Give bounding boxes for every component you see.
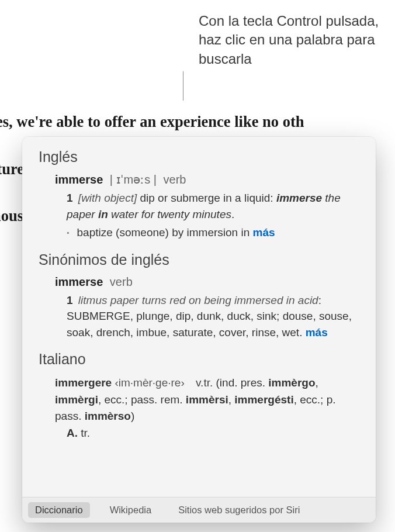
it-forms-end: ) xyxy=(131,410,134,422)
syn-first: SUBMERGE xyxy=(67,310,130,322)
italian-sub: A. tr. xyxy=(67,425,359,442)
popover-footer: Diccionario Wikipedia Sitios web sugerid… xyxy=(22,497,376,523)
italian-pos: v.tr. xyxy=(196,376,213,389)
syn-sense-number: 1 xyxy=(67,294,73,306)
lookup-popover: Inglés immerse | ɪˈməːs | verb 1 [with o… xyxy=(22,137,376,523)
it-sub-pos: tr. xyxy=(81,427,90,439)
english-pronunciation: | ɪˈməːs | xyxy=(110,173,157,186)
section-title-english: Inglés xyxy=(39,148,359,165)
more-link-english[interactable]: más xyxy=(253,226,275,239)
english-headword-line: immerse | ɪˈməːs | verb xyxy=(55,172,359,186)
footer-tab-wikipedia[interactable]: Wikipedia xyxy=(103,502,159,518)
it-sep3: , xyxy=(228,393,235,406)
italian-headword: immergere xyxy=(55,376,112,389)
subsense-text: baptize (someone) by immersion in xyxy=(77,226,253,239)
synonyms-headword: immerse xyxy=(55,275,103,288)
footer-tab-dictionary[interactable]: Diccionario xyxy=(28,502,90,518)
it-sub-label: A. xyxy=(67,427,78,439)
grammar-label: [with object] xyxy=(78,192,137,204)
it-f2: immèrgi xyxy=(55,393,98,406)
syn-example: litmus paper turns red on being immersed… xyxy=(78,294,318,306)
example-mid2: water for twenty minutes xyxy=(108,208,231,220)
it-f1: immèrgo xyxy=(268,376,315,389)
synonyms-headword-line: immerse verb xyxy=(55,275,359,289)
example-bold2: in xyxy=(98,208,108,220)
italian-entry: immergere ‹im·mèr·ge·re› v.tr. (ind. pre… xyxy=(55,375,359,441)
it-f3: immèrsi xyxy=(186,393,228,406)
sense-number: 1 xyxy=(67,192,73,204)
footer-tab-siri[interactable]: Sitios web sugeridos por Siri xyxy=(171,502,307,518)
def-text: dip or submerge in a liquid: xyxy=(137,192,276,204)
italian-syllables: ‹im·mèr·ge·re› xyxy=(115,376,184,389)
synonyms-entry: immerse verb 1 litmus paper turns red on… xyxy=(55,275,359,341)
section-title-italian: Italiano xyxy=(39,351,359,368)
example-end: . xyxy=(231,208,234,220)
english-definition: 1 [with object] dip or submerge in a liq… xyxy=(67,190,359,241)
it-sep1: , xyxy=(316,376,318,389)
more-link-synonyms[interactable]: más xyxy=(306,326,328,338)
synonyms-pos: verb xyxy=(110,275,133,288)
english-headword: immerse xyxy=(55,173,103,186)
example-bold1: immerse xyxy=(276,192,322,204)
bg-line1: ckages, we're able to offer an experienc… xyxy=(0,113,304,130)
popover-scroll-content[interactable]: Inglés immerse | ɪˈməːs | verb 1 [with o… xyxy=(22,137,376,497)
english-subsense: baptize (someone) by immersion in más xyxy=(67,224,359,241)
it-f5: immèrso xyxy=(85,410,131,422)
it-f4: immergésti xyxy=(234,393,293,406)
it-sep2: , ecc.; pass. rem. xyxy=(98,393,186,406)
section-title-synonyms: Sinónimos de inglés xyxy=(39,251,359,268)
english-entry: immerse | ɪˈməːs | verb 1 [with object] … xyxy=(55,172,359,241)
it-forms-pre: (ind. pres. xyxy=(216,376,269,389)
synonyms-block: 1 litmus paper turns red on being immers… xyxy=(67,292,359,341)
callout-annotation: Con la tecla Control pulsada, haz clic e… xyxy=(199,12,380,68)
english-pos: verb xyxy=(164,173,186,186)
